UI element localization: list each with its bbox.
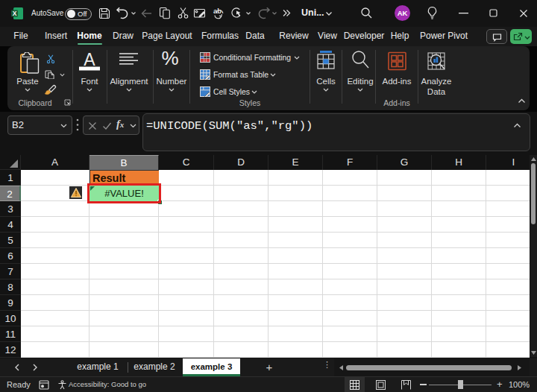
svg-text:X: X: [13, 10, 17, 17]
svg-text:A: A: [84, 51, 95, 69]
